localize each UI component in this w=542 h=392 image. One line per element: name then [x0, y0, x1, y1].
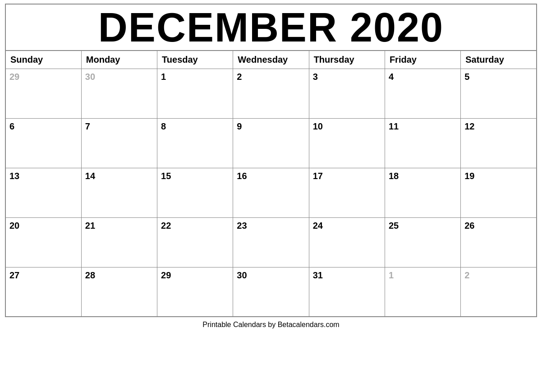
calendar-week-row: 272829303112 [5, 267, 537, 317]
calendar-footer: Printable Calendars by Betacalendars.com [5, 321, 537, 329]
calendar-day-cell: 7 [81, 118, 157, 168]
calendar-day-cell: 3 [309, 69, 385, 118]
calendar-day-cell: 24 [309, 217, 385, 267]
calendar-day-cell: 30 [233, 267, 309, 317]
calendar-day-cell: 1 [157, 69, 233, 118]
calendar-week-row: 13141516171819 [5, 168, 537, 217]
calendar-day-cell: 6 [5, 118, 81, 168]
calendar-day-cell: 13 [5, 168, 81, 217]
calendar-day-cell: 22 [157, 217, 233, 267]
day-header-saturday: Saturday [461, 51, 537, 69]
calendar-day-cell: 2 [461, 267, 537, 317]
calendar-week-row: 293012345 [5, 69, 537, 118]
day-header-thursday: Thursday [309, 51, 385, 69]
days-header-row: SundayMondayTuesdayWednesdayThursdayFrid… [5, 51, 537, 69]
calendar-day-cell: 11 [385, 118, 460, 168]
calendar-day-cell: 18 [385, 168, 460, 217]
calendar-day-cell: 1 [385, 267, 460, 317]
calendar-week-row: 6789101112 [5, 118, 537, 168]
calendar-day-cell: 12 [461, 118, 537, 168]
calendar-day-cell: 14 [81, 168, 157, 217]
calendar-day-cell: 16 [233, 168, 309, 217]
calendar-day-cell: 26 [461, 217, 537, 267]
calendar-table: SundayMondayTuesdayWednesdayThursdayFrid… [5, 50, 537, 318]
calendar-day-cell: 5 [461, 69, 537, 118]
calendar-day-cell: 23 [233, 217, 309, 267]
calendar-day-cell: 2 [233, 69, 309, 118]
calendar-day-cell: 29 [5, 69, 81, 118]
calendar-day-cell: 17 [309, 168, 385, 217]
calendar-title: DECEMBER 2020 [5, 4, 537, 50]
calendar-day-cell: 31 [309, 267, 385, 317]
calendar-day-cell: 29 [157, 267, 233, 317]
day-header-sunday: Sunday [5, 51, 81, 69]
calendar-day-cell: 19 [461, 168, 537, 217]
calendar-day-cell: 10 [309, 118, 385, 168]
calendar-day-cell: 25 [385, 217, 460, 267]
calendar-day-cell: 20 [5, 217, 81, 267]
calendar-day-cell: 27 [5, 267, 81, 317]
calendar-day-cell: 4 [385, 69, 460, 118]
day-header-friday: Friday [385, 51, 460, 69]
day-header-monday: Monday [81, 51, 157, 69]
calendar-day-cell: 8 [157, 118, 233, 168]
calendar-day-cell: 21 [81, 217, 157, 267]
calendar-container: DECEMBER 2020 SundayMondayTuesdayWednesd… [5, 4, 537, 329]
calendar-day-cell: 30 [81, 69, 157, 118]
day-header-tuesday: Tuesday [157, 51, 233, 69]
calendar-day-cell: 9 [233, 118, 309, 168]
calendar-day-cell: 15 [157, 168, 233, 217]
calendar-day-cell: 28 [81, 267, 157, 317]
day-header-wednesday: Wednesday [233, 51, 309, 69]
calendar-week-row: 20212223242526 [5, 217, 537, 267]
